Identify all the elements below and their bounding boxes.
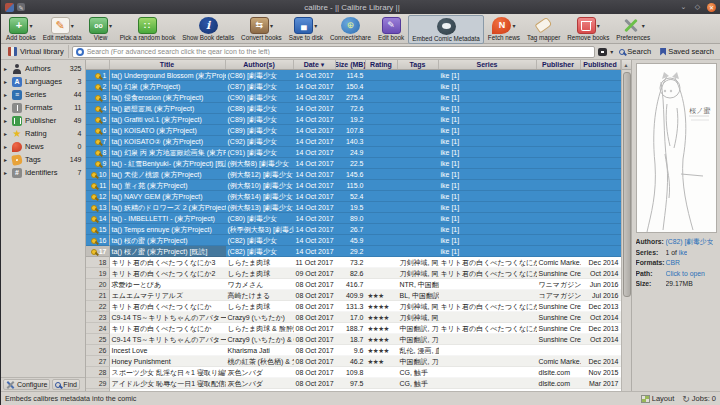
column-header-published[interactable]: Published [581,60,621,69]
cell-published[interactable] [581,191,621,202]
cell-publisher[interactable]: コアマガジン [537,290,581,301]
cell-size[interactable]: 89.0 [336,213,366,224]
cell-size[interactable]: 275.4 [336,92,366,103]
cell-published[interactable]: Jun 2016 [581,279,621,290]
cell-published[interactable] [581,114,621,125]
cell-authors[interactable]: (C92) [劇毒少女 [226,136,294,147]
row-number-cell[interactable]: 6 [86,125,110,136]
cell-rating[interactable]: ★★★★ [366,301,398,312]
cell-tags[interactable] [398,125,439,136]
cell-title[interactable]: ta() KOISATO② (東方Project) [110,136,226,147]
cell-publisher[interactable] [537,235,581,246]
column-header-authors[interactable]: Author(s) [226,60,294,69]
row-number-cell[interactable]: 23 [86,312,110,323]
toolbar-button-connect-share[interactable]: Connect/share [327,15,374,42]
cell-tags[interactable] [398,136,439,147]
cell-published[interactable]: Jul 2016 [581,290,621,301]
cell-series[interactable]: ike [1] [439,147,537,158]
table-row[interactable]: 13ta() 妖精のドロワーズ 2 (東方Project)(例大祭13) [劇毒… [86,202,621,213]
cell-date[interactable]: 14 Oct 2017 [294,136,336,147]
cell-title[interactable]: ta() 幻泉 (東方Project) [110,81,226,92]
cell-published[interactable]: Dec 2013 [581,323,621,334]
cell-rating[interactable] [366,213,398,224]
cell-rating[interactable]: ★★★★ [366,345,398,356]
cell-date[interactable]: 08 Oct 2017 [294,334,336,345]
cell-size[interactable]: 9.6 [336,345,366,356]
column-header-rating[interactable]: Rating [366,60,398,69]
cell-published[interactable] [581,246,621,257]
cell-series[interactable] [439,389,537,391]
cell-title[interactable]: ta() 菫ィ苑 (東方Project) [110,180,226,191]
maximize-button[interactable]: ◇ [693,3,702,12]
cell-published[interactable] [581,345,621,356]
cell-tags[interactable]: CG, 触手 [398,367,439,378]
cell-title[interactable]: ta() - 紅雪Beniyuki- (東方Project) [既読] [110,158,226,169]
table-row[interactable]: 11ta() 菫ィ苑 (東方Project)(例大祭10) [劇毒少女14 Oc… [86,180,621,191]
gear-icon[interactable] [76,48,84,56]
expander-icon[interactable]: ▸ [4,156,9,163]
cell-date[interactable]: 08 Oct 2017 [294,290,336,301]
cell-tags[interactable] [398,70,439,81]
cell-rating[interactable] [366,81,398,92]
expander-icon[interactable]: ▸ [4,143,9,150]
cell-series[interactable]: ike [1] [439,169,537,180]
cell-date[interactable]: 14 Oct 2017 [294,202,336,213]
cell-date[interactable]: 14 Oct 2017 [294,191,336,202]
cell-series[interactable]: ike [1] [439,81,537,92]
cell-title[interactable]: キリト君の白くべたつくなにか [110,323,226,334]
cell-series[interactable]: ike [1] [439,125,537,136]
cell-series[interactable]: ike [1] [439,92,537,103]
row-number-cell[interactable]: 28 [86,367,110,378]
toolbar-button-edit-book[interactable]: Edit book [375,15,407,42]
table-row[interactable]: 10ta() 天使ノ桃源 (東方Project)(例大祭12) [劇毒少女14 … [86,169,621,180]
cell-date[interactable]: 14 Oct 2017 [294,70,336,81]
cell-publisher[interactable] [537,103,581,114]
sidebar-item-tags[interactable]: ▸Tags149 [1,153,85,166]
cell-publisher[interactable] [537,180,581,191]
cell-size[interactable] [336,389,366,391]
cell-series[interactable]: ike [1] [439,136,537,147]
cell-title[interactable]: ta() - IMBELLETTI - (東方Project) [110,213,226,224]
cell-rating[interactable] [366,136,398,147]
cell-tags[interactable]: 中国翻訳, 刀剣... [398,356,439,367]
table-row[interactable]: 18キリト君の白くべたつくなにか3しらたま肉球11 Oct 201773.2刀剣… [86,257,621,268]
table-row[interactable]: 4ta() 廻想霊風 (東方Project)(C88) [劇毒少女14 Oct … [86,103,621,114]
cell-size[interactable]: 26.7 [336,224,366,235]
cell-published[interactable] [581,202,621,213]
detail-link[interactable]: ike [679,249,688,256]
cell-rating[interactable] [366,70,398,81]
cell-tags[interactable]: 中国翻訳, 刀剣... [398,334,439,345]
row-number-cell[interactable]: 22 [86,301,110,312]
cell-authors[interactable]: Crazy9 (いちたか) & CE家族社 [226,334,294,345]
chevron-down-icon[interactable]: ▾ [109,22,112,29]
expander-icon[interactable]: ▸ [4,169,9,176]
cell-tags[interactable] [398,224,439,235]
row-number-cell[interactable]: 21 [86,290,110,301]
cell-authors[interactable]: (例大祭14) [劇毒少女 [226,191,294,202]
cell-date[interactable]: 08 Oct 2017 [294,378,336,389]
cell-published[interactable]: Oct 2014 [581,312,621,323]
cell-title[interactable]: Incest Love [110,345,226,356]
row-number-cell[interactable]: 10 [86,169,110,180]
sidebar-item-formats[interactable]: ▸Formats11 [1,101,85,114]
cell-date[interactable]: 14 Oct 2017 [294,235,336,246]
cell-publisher[interactable] [537,92,581,103]
table-row[interactable]: 7ta() KOISATO② (東方Project)(C92) [劇毒少女14 … [86,136,621,147]
row-number-cell[interactable]: 4 [86,103,110,114]
cell-tags[interactable]: 刀剣神域, 同人... [398,312,439,323]
table-row[interactable]: 22キリト君の白くべたつくなにかしらたま肉球08 Oct 2017131.3★★… [86,301,621,312]
cell-series[interactable] [439,345,537,356]
cell-title[interactable]: ta() Underground Blossom (東方Project) [110,70,226,81]
cell-authors[interactable]: しらたま肉球 & 脸肿汉化组 [226,323,294,334]
cell-date[interactable]: 08 Oct 2017 [294,301,336,312]
cell-title[interactable]: ta() Grafiti vol.1 (東方Project) [110,114,226,125]
cell-tags[interactable]: 刀剣神域, 同人... [398,257,439,268]
cell-published[interactable]: Mar 2017 [581,378,621,389]
cell-authors[interactable]: (C91) [劇毒少女 [226,147,294,158]
table-row[interactable]: 20求愛ゆーとぴあワカメさん08 Oct 2017416.7NTR, 中国翻訳,… [86,279,621,290]
cell-size[interactable]: 107.8 [336,125,366,136]
row-number-cell[interactable]: 25 [86,334,110,345]
cell-date[interactable]: 14 Oct 2017 [294,125,336,136]
cell-title[interactable]: C9-14 TS～キリトちゃんのアバターはランダム女体 [110,334,226,345]
table-row[interactable]: 3ta() 侵食erosion (東方Project)(C90) [劇毒少女14… [86,92,621,103]
